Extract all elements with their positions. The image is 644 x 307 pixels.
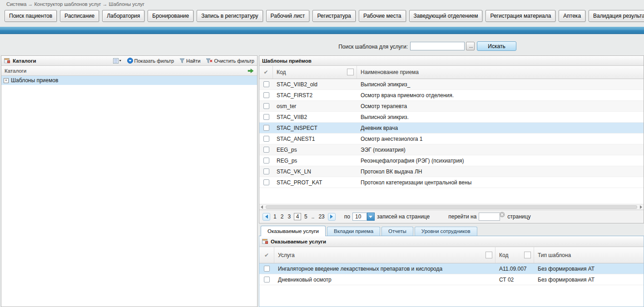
row-checkbox[interactable] <box>259 168 273 174</box>
results-validation-button[interactable]: Валидация результатов <box>589 10 644 22</box>
check-icon: ✔ <box>263 69 268 75</box>
tree-item-templates[interactable]: + Шаблоны приемов <box>1 76 257 85</box>
search-button[interactable]: Искать <box>477 41 516 51</box>
template-row[interactable]: STAC_VIIB2_old Выписной эпикриз_ <box>259 79 644 90</box>
templates-panel: Шаблоны приёмов ✔ Код Наименование прием… <box>259 55 644 223</box>
template-row-selected[interactable]: STAC_INSPECT Дневник врача <box>259 123 644 134</box>
goto-page-input[interactable] <box>479 213 500 221</box>
scroll-right-icon[interactable] <box>640 205 642 209</box>
find-button[interactable]: Найти <box>179 58 200 64</box>
template-row[interactable]: STAC_ANEST1 Осмотр анестезиолога 1 <box>259 134 644 144</box>
row-checkbox[interactable] <box>259 179 273 185</box>
template-code: osm_ter <box>273 103 357 109</box>
column-header-code[interactable]: Код <box>273 66 357 79</box>
column-filter-box[interactable] <box>524 252 531 258</box>
page-number[interactable]: 5 <box>303 213 308 220</box>
department-head-button[interactable]: Заведующий отделением <box>409 10 483 22</box>
template-row[interactable]: REG_ps Реоэнцефалография (РЭГ) (психиатр… <box>259 155 644 166</box>
template-code: REG_ps <box>273 158 357 164</box>
row-checkbox[interactable] <box>259 136 273 142</box>
scrollbar-thumb[interactable] <box>266 205 637 209</box>
template-code: EEG_ps <box>273 147 357 153</box>
service-row[interactable]: Дневниковый осмотр СТ 02 Без формировани… <box>259 274 644 285</box>
template-row[interactable]: STAC_VK_LN Протокол ВК выдача ЛН <box>259 166 644 177</box>
bottom-tabbar: Оказываемые услуги Вкладки приема Отчеты… <box>259 225 644 236</box>
laboratory-button[interactable]: Лаборатория <box>102 10 144 22</box>
page-number[interactable]: 3 <box>287 213 292 220</box>
column-header-service[interactable]: Услуга <box>274 247 495 263</box>
clear-filter-button[interactable]: Очистить фильтр <box>206 58 254 64</box>
row-checkbox[interactable] <box>259 81 273 87</box>
service-name: Ингаляторное введение лекарственных преп… <box>274 266 495 272</box>
service-code: СТ 02 <box>495 277 534 283</box>
row-checkbox[interactable] <box>259 266 274 272</box>
services-panel-icon <box>262 238 268 244</box>
template-code: STAC_INSPECT <box>273 125 357 131</box>
registry-button[interactable]: Регистратура <box>312 10 356 22</box>
chevron-down-icon <box>369 216 372 218</box>
row-checkbox[interactable] <box>259 114 273 120</box>
row-checkbox[interactable] <box>259 158 273 163</box>
expand-icon[interactable]: + <box>4 78 9 83</box>
tab-services[interactable]: Оказываемые услуги <box>261 226 326 236</box>
browse-button[interactable]: ... <box>466 42 475 50</box>
template-code: STAC_FIRST2 <box>273 92 357 99</box>
row-checkbox[interactable] <box>259 103 273 109</box>
row-checkbox[interactable] <box>259 125 273 131</box>
prev-page-button[interactable] <box>263 213 270 221</box>
row-checkbox[interactable] <box>259 147 273 153</box>
schedule-button[interactable]: Расписание <box>60 10 99 22</box>
template-row[interactable]: STAC_FIRST2 Осмотр врача приемного отдел… <box>259 90 644 101</box>
template-name: Осмотр анестезиолога 1 <box>357 136 644 142</box>
patient-search-button[interactable]: Поиск пациентов <box>5 10 57 22</box>
service-row-selected[interactable]: Ингаляторное введение лекарственных преп… <box>259 263 644 274</box>
column-header-type[interactable]: Тип шаблона <box>534 247 644 263</box>
catalogs-column-header[interactable]: Каталоги <box>1 66 257 76</box>
columns-menu-icon[interactable] <box>113 58 122 64</box>
template-code: STAC_VK_LN <box>273 168 357 175</box>
page-number[interactable]: 2 <box>280 213 285 220</box>
pagination-bar: 1 2 3 4 5 .. 23 по 10 записей на страниц… <box>259 210 644 223</box>
template-name: Выписной эпикриз_ <box>357 81 644 88</box>
select-all-header[interactable]: ✔ <box>259 66 273 79</box>
template-name: Реоэнцефалография (РЭГ) (психиатрия) <box>357 158 644 164</box>
tab-visit-tabs[interactable]: Вкладки приема <box>327 227 380 236</box>
pharmacy-button[interactable]: Аптека <box>559 10 585 22</box>
column-filter-box[interactable] <box>347 69 354 75</box>
select-all-header[interactable]: ✔ <box>259 247 274 263</box>
page-number[interactable]: 23 <box>317 213 325 220</box>
tab-staff-levels[interactable]: Уровни сотрудников <box>415 227 477 236</box>
per-page-dropdown-button[interactable] <box>367 213 375 221</box>
clear-goto-icon[interactable] <box>499 212 505 218</box>
column-filter-box[interactable] <box>485 252 492 258</box>
current-page[interactable]: 4 <box>294 213 301 220</box>
material-registration-button[interactable]: Регистрация материала <box>485 10 555 22</box>
show-filter-button[interactable]: Показать фильтр <box>127 58 174 64</box>
per-page-select[interactable]: 10 <box>352 213 367 221</box>
scroll-left-icon[interactable] <box>261 205 263 209</box>
booking-button[interactable]: Бронирование <box>148 10 193 22</box>
worklist-button[interactable]: Рабочий лист <box>266 10 310 22</box>
goto-page-label: перейти на <box>448 213 476 220</box>
row-checkbox[interactable] <box>259 277 274 282</box>
registry-entry-button[interactable]: Запись в регистратуру <box>197 10 263 22</box>
service-type: Без формирования АТ <box>534 266 644 272</box>
next-page-button[interactable] <box>328 213 336 221</box>
templates-title: Шаблоны приёмов <box>262 58 312 64</box>
template-row[interactable]: STAC_PROT_KAT Протокол катетеризации цен… <box>259 177 644 188</box>
horizontal-scrollbar[interactable] <box>259 204 644 210</box>
template-name: Дневник врача <box>357 125 644 131</box>
template-row[interactable]: osm_ter Осмотр терапевта <box>259 101 644 112</box>
template-row[interactable]: EEG_ps ЭЭГ (психиатрия) <box>259 144 644 155</box>
column-header-name[interactable]: Наименование приема <box>357 66 644 79</box>
catalog-panel-icon <box>4 58 10 64</box>
service-code: A11.09.007 <box>495 266 534 272</box>
search-template-input[interactable] <box>410 42 465 50</box>
column-header-code[interactable]: Код <box>495 247 534 263</box>
template-row[interactable]: STAC_VIIB2 Выписной эпикриз. <box>259 112 644 123</box>
workplaces-button[interactable]: Рабочие места <box>359 10 406 22</box>
row-checkbox[interactable] <box>259 92 273 98</box>
go-arrow-icon[interactable] <box>248 68 254 74</box>
tab-reports[interactable]: Отчеты <box>381 227 413 236</box>
page-number[interactable]: 1 <box>272 213 277 220</box>
